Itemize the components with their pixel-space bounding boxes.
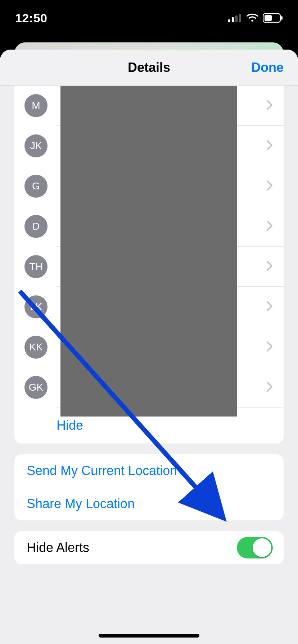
svg-rect-2: [235, 15, 238, 22]
battery-icon: [263, 13, 283, 23]
cellular-icon: [228, 14, 242, 22]
svg-rect-0: [228, 19, 230, 22]
svg-rect-3: [239, 14, 241, 22]
svg-line-7: [20, 291, 214, 508]
status-icons: [228, 13, 283, 23]
svg-rect-5: [265, 15, 272, 21]
svg-rect-1: [232, 17, 234, 22]
clock: 12:50: [15, 11, 47, 25]
status-bar: 12:50: [0, 0, 298, 36]
svg-rect-6: [281, 16, 283, 20]
annotation-arrow: [0, 50, 298, 644]
wifi-icon: [246, 14, 258, 22]
details-sheet: Details Done MJKGDTHLKKKGK Hide Send My …: [0, 50, 298, 644]
